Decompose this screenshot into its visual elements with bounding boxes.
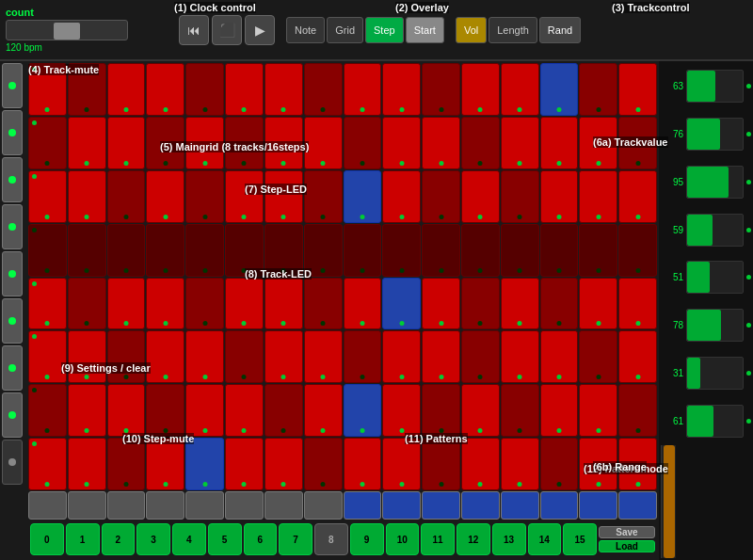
step-7-2[interactable]	[68, 384, 106, 437]
step-4-7[interactable]	[264, 224, 303, 277]
step-1-9[interactable]	[344, 63, 382, 116]
step-2-15[interactable]	[579, 117, 617, 169]
step-8-5[interactable]	[185, 438, 224, 490]
pattern-8[interactable]	[618, 491, 657, 520]
pattern-2[interactable]	[382, 491, 421, 520]
step-4-16[interactable]	[618, 224, 657, 277]
step-4-13[interactable]	[501, 224, 539, 277]
step-mute-5[interactable]	[185, 491, 224, 520]
step-8-9[interactable]	[344, 438, 382, 490]
step-8-3[interactable]	[107, 438, 146, 490]
step-7-16[interactable]	[618, 384, 657, 437]
step-2-10[interactable]	[382, 117, 421, 169]
step-7-13[interactable]	[501, 384, 539, 437]
pattern-btn-4[interactable]: 4	[172, 523, 206, 555]
pattern-7[interactable]	[579, 491, 617, 520]
step-1-6[interactable]	[225, 63, 264, 116]
step-mute-3[interactable]	[107, 491, 146, 520]
step-5-8[interactable]	[304, 278, 343, 330]
track-mute-6[interactable]	[2, 298, 23, 344]
step-mute-6[interactable]	[225, 491, 264, 520]
load-button[interactable]: Load	[599, 540, 655, 552]
step-7-12[interactable]	[461, 384, 500, 437]
step-4-8[interactable]	[304, 224, 343, 277]
pattern-btn-9[interactable]: 9	[350, 523, 384, 555]
step-4-11[interactable]	[422, 224, 460, 277]
step-2-7[interactable]	[264, 117, 303, 169]
step-6-10[interactable]	[382, 330, 421, 383]
settings-clear-button[interactable]	[2, 440, 23, 485]
save-button[interactable]: Save	[599, 526, 655, 538]
pattern-3[interactable]	[422, 491, 460, 520]
step-4-4[interactable]	[146, 224, 184, 277]
pattern-btn-13[interactable]: 13	[492, 523, 526, 555]
step-1-10[interactable]	[382, 63, 421, 116]
step-4-10[interactable]	[382, 224, 421, 277]
step-3-6[interactable]	[225, 170, 264, 223]
step-1-13[interactable]	[501, 63, 539, 116]
step-3-2[interactable]	[68, 170, 106, 223]
stop-button[interactable]: ⬛	[212, 15, 242, 45]
step-6-3[interactable]	[107, 330, 146, 383]
step-3-14[interactable]	[540, 170, 579, 223]
step-1-3[interactable]	[107, 63, 146, 116]
step-2-9[interactable]	[344, 117, 382, 169]
step-6-7[interactable]	[264, 330, 303, 383]
pattern-btn-14[interactable]: 14	[528, 523, 562, 555]
step-8-14[interactable]	[540, 438, 579, 490]
step-1-12[interactable]	[461, 63, 500, 116]
step-2-2[interactable]	[68, 117, 106, 169]
pattern-btn-2[interactable]: 2	[102, 523, 136, 555]
step-2-16[interactable]	[618, 117, 657, 169]
step-4-9[interactable]	[344, 224, 382, 277]
track-mute-5[interactable]	[2, 251, 23, 296]
step-4-15[interactable]	[579, 224, 617, 277]
step-5-3[interactable]	[107, 278, 146, 330]
step-3-7[interactable]	[264, 170, 303, 223]
step-8-1[interactable]	[28, 438, 67, 490]
step-8-4[interactable]	[146, 438, 184, 490]
pattern-btn-11[interactable]: 11	[421, 523, 455, 555]
track-value-bar-8[interactable]	[686, 405, 744, 438]
step-6-9[interactable]	[344, 330, 382, 383]
pattern-btn-10[interactable]: 10	[386, 523, 420, 555]
start-button[interactable]: Start	[406, 17, 444, 43]
step-1-8[interactable]	[304, 63, 343, 116]
step-7-1[interactable]	[28, 384, 67, 437]
step-5-14[interactable]	[540, 278, 579, 330]
step-1-2[interactable]	[68, 63, 106, 116]
step-4-14[interactable]	[540, 224, 579, 277]
track-mute-7[interactable]	[2, 345, 23, 391]
step-6-8[interactable]	[304, 330, 343, 383]
step-6-4[interactable]	[146, 330, 184, 383]
step-3-13[interactable]	[501, 170, 539, 223]
step-6-16[interactable]	[618, 330, 657, 383]
step-1-4[interactable]	[146, 63, 184, 116]
step-5-13[interactable]	[501, 278, 539, 330]
step-1-15[interactable]	[579, 63, 617, 116]
step-3-10[interactable]	[382, 170, 421, 223]
step-6-15[interactable]	[579, 330, 617, 383]
note-button[interactable]: Note	[286, 17, 325, 43]
step-8-7[interactable]	[264, 438, 303, 490]
step-7-10[interactable]	[382, 384, 421, 437]
vol-button[interactable]: Vol	[456, 17, 487, 43]
rand-button[interactable]: Rand	[539, 17, 581, 43]
pattern-btn-7[interactable]: 7	[279, 523, 312, 555]
step-8-15[interactable]	[579, 438, 617, 490]
pattern-btn-3[interactable]: 3	[136, 523, 170, 555]
range-slider[interactable]	[664, 445, 675, 558]
step-2-8[interactable]	[304, 117, 343, 169]
step-3-11[interactable]	[422, 170, 460, 223]
step-8-10[interactable]	[382, 438, 421, 490]
step-6-2[interactable]	[68, 330, 106, 383]
track-mute-4[interactable]	[2, 204, 23, 249]
pattern-1[interactable]	[344, 491, 382, 520]
step-2-12[interactable]	[461, 117, 500, 169]
step-7-9[interactable]	[344, 384, 382, 437]
step-7-11[interactable]	[422, 384, 460, 437]
step-8-8[interactable]	[304, 438, 343, 490]
step-1-16[interactable]	[618, 63, 657, 116]
step-1-5[interactable]	[185, 63, 224, 116]
step-mute-8[interactable]	[304, 491, 343, 520]
